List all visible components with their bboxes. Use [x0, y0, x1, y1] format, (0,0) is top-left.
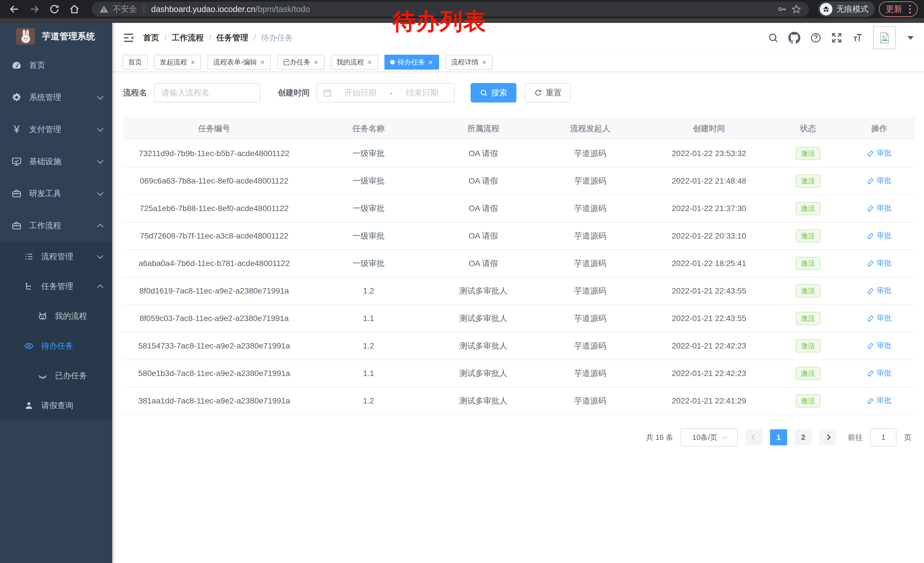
browser-back-icon[interactable] [6, 1, 22, 17]
edit-icon [867, 397, 874, 404]
breadcrumb-task-mgmt[interactable]: 任务管理 [216, 32, 249, 43]
breadcrumb-home[interactable]: 首页 [143, 32, 159, 43]
edit-icon [867, 369, 874, 377]
warning-icon [99, 4, 109, 14]
app-logo-row[interactable]: 芋道管理系统 [0, 23, 112, 47]
next-page-button[interactable] [819, 429, 836, 445]
close-icon[interactable]: × [482, 59, 487, 66]
reset-button[interactable]: 重置 [525, 83, 571, 102]
edit-icon [867, 204, 874, 212]
table-row: 75d72608-7b7f-11ec-a3c8-acde48001122一级审批… [123, 222, 915, 250]
sidebar-item-todo-tasks[interactable]: 待办任务 [0, 331, 112, 361]
refresh-icon [534, 89, 542, 97]
prev-page-button[interactable] [746, 429, 762, 445]
approve-link[interactable]: 审批 [867, 203, 892, 213]
user-icon [24, 401, 34, 410]
chevron-up-icon [97, 224, 104, 230]
close-icon[interactable]: × [260, 59, 265, 66]
avatar[interactable] [873, 26, 896, 49]
yen-icon: ¥ [12, 123, 22, 135]
tab-done-tasks[interactable]: 已办任务× [277, 55, 324, 70]
tab-todo-tasks[interactable]: 待办任务× [384, 55, 439, 70]
font-size-icon[interactable] [852, 32, 863, 44]
search-icon [480, 89, 488, 97]
date-range-picker[interactable]: 开始日期 - 结束日期 [316, 83, 454, 102]
page-unit-label: 页 [904, 432, 911, 443]
approve-link[interactable]: 审批 [867, 313, 892, 323]
tab-my-process[interactable]: 我的流程× [331, 55, 378, 70]
col-process: 所属流程 [432, 117, 535, 140]
bookmark-star-icon[interactable] [791, 4, 801, 14]
tab-start-process[interactable]: 发起流程× [154, 55, 201, 70]
end-date-placeholder: 结束日期 [396, 87, 448, 98]
sidebar-item-devtools[interactable]: 研发工具 [0, 177, 112, 210]
screen: 不安全 dashboard.yudao.iocoder.cn/bpm/task/… [0, 0, 924, 563]
status-badge: 激活 [796, 230, 820, 243]
breadcrumb-workflow[interactable]: 工作流程 [172, 32, 204, 43]
sidebar-item-leave-query[interactable]: 请假查询 [0, 390, 112, 420]
robot-icon [38, 311, 48, 321]
app-logo [16, 28, 35, 45]
browser-home-icon[interactable] [66, 1, 82, 17]
github-icon[interactable] [788, 32, 800, 44]
approve-link[interactable]: 审批 [867, 368, 892, 378]
sidebar-item-done-tasks[interactable]: 已办任务 [0, 361, 112, 390]
briefcase-icon [12, 188, 22, 199]
edit-icon [867, 260, 874, 267]
close-icon[interactable]: × [367, 59, 372, 66]
tab-process-detail[interactable]: 流程详情× [446, 55, 493, 70]
close-icon[interactable]: × [313, 59, 319, 66]
approve-link[interactable]: 审批 [867, 258, 892, 268]
chevron-right-icon [825, 434, 831, 440]
key-icon[interactable] [777, 4, 787, 14]
browser-reload-icon[interactable] [46, 1, 62, 17]
approve-link[interactable]: 审批 [867, 285, 892, 296]
list-icon [24, 252, 34, 261]
sidebar-item-system[interactable]: 系统管理 [0, 81, 112, 113]
dashboard-icon [12, 60, 22, 71]
chevron-down-icon [97, 252, 104, 259]
approve-link[interactable]: 审批 [867, 341, 892, 350]
approve-link[interactable]: 审批 [867, 231, 892, 240]
avatar-caret-icon[interactable] [908, 36, 914, 40]
tab-form-edit[interactable]: 流程表单-编辑× [207, 55, 271, 70]
edit-icon [867, 177, 874, 185]
fullscreen-icon[interactable] [831, 32, 842, 43]
close-icon[interactable]: × [190, 59, 195, 66]
sidebar-item-payment[interactable]: ¥ 支付管理 [0, 113, 112, 146]
chevron-down-icon [97, 93, 104, 100]
sidebar-collapse-icon[interactable] [123, 32, 135, 44]
tab-home[interactable]: 首页 [123, 55, 148, 70]
browser-menu-icon[interactable] [907, 5, 913, 14]
col-status: 状态 [772, 117, 844, 140]
incognito-icon [820, 3, 832, 15]
status-badge: 激活 [796, 174, 820, 188]
page-button-1[interactable]: 1 [770, 429, 787, 445]
browser-forward-icon[interactable] [26, 1, 42, 17]
search-icon[interactable] [768, 32, 778, 43]
sidebar-item-home[interactable]: 首页 [0, 49, 112, 81]
approve-link[interactable]: 审批 [867, 148, 892, 158]
goto-page-input[interactable] [870, 428, 897, 446]
content: 流程名 创建时间 开始日期 - 结束日期 搜索 [112, 72, 924, 563]
sidebar-item-process-mgmt[interactable]: 流程管理 [0, 242, 112, 272]
table-row: 8f0d1619-7ac8-11ec-a9e2-a2380e71991a1.2测… [123, 277, 915, 305]
sidebar-item-workflow[interactable]: 工作流程 [0, 210, 112, 242]
help-icon[interactable] [810, 32, 822, 44]
page-button-2[interactable]: 2 [795, 429, 812, 445]
process-name-input[interactable] [154, 83, 261, 102]
close-icon[interactable]: × [428, 59, 434, 66]
sidebar-item-my-process[interactable]: 我的流程 [0, 301, 112, 331]
approve-link[interactable]: 审批 [867, 176, 892, 186]
search-button[interactable]: 搜索 [471, 83, 516, 102]
browser-update-button[interactable]: 更新 [879, 2, 918, 17]
start-date-placeholder: 开始日期 [334, 87, 386, 98]
goto-label: 前往 [848, 432, 863, 443]
sidebar-item-infra[interactable]: 基础设施 [0, 146, 112, 177]
approve-link[interactable]: 审批 [867, 395, 892, 405]
tasks-table: 任务编号 任务名称 所属流程 流程发起人 创建时间 状态 操作 73211d9d… [123, 117, 915, 415]
breadcrumb-current: 待办任务 [261, 32, 293, 43]
page-size-select[interactable]: 10条/页 [681, 428, 738, 446]
sidebar-item-task-mgmt[interactable]: 任务管理 [0, 272, 112, 301]
annotation-overlay: 待办列表 [393, 6, 487, 37]
